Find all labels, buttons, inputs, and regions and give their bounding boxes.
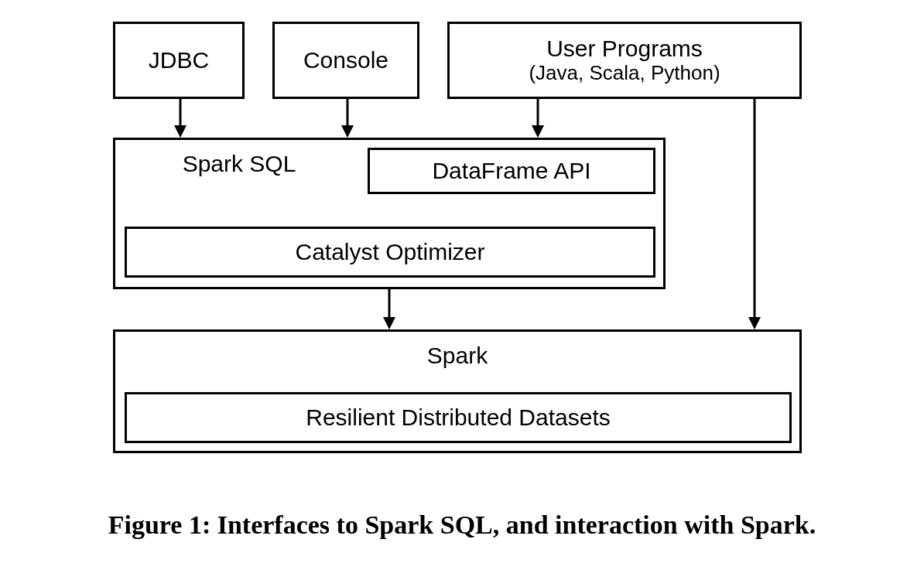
arrow-jdbc-to-sparksql (173, 99, 188, 139)
catalyst-label: Catalyst Optimizer (295, 239, 484, 265)
jdbc-label: JDBC (149, 47, 209, 73)
console-box: Console (272, 22, 419, 99)
arrow-userprograms-to-spark (747, 99, 762, 331)
spark-sql-title-area: Spark SQL (115, 140, 363, 188)
jdbc-box: JDBC (113, 22, 245, 99)
arrow-userprograms-to-dataframe (530, 99, 546, 139)
arrow-sparksql-to-spark (382, 289, 397, 331)
dataframe-api-box: DataFrame API (368, 148, 655, 194)
spark-title: Spark (427, 343, 488, 369)
svg-marker-1 (174, 125, 187, 138)
svg-marker-5 (532, 125, 544, 138)
spark-sql-title: Spark SQL (183, 151, 296, 177)
rdd-box: Resilient Distributed Datasets (125, 392, 792, 443)
rdd-label: Resilient Distributed Datasets (306, 404, 611, 431)
dataframe-api-label: DataFrame API (432, 158, 590, 184)
catalyst-box: Catalyst Optimizer (125, 227, 655, 278)
user-programs-sub: (Java, Scala, Python) (529, 62, 720, 85)
user-programs-title: User Programs (546, 36, 703, 63)
svg-marker-9 (383, 317, 395, 329)
user-programs-box: User Programs (Java, Scala, Python) (447, 22, 802, 99)
spark-title-area: Spark (115, 332, 799, 380)
spark-sql-box: Spark SQL DataFrame API Catalyst Optimiz… (113, 138, 666, 289)
svg-marker-7 (748, 317, 761, 329)
diagram-canvas: JDBC Console User Programs (Java, Scala,… (0, 0, 924, 563)
svg-marker-3 (341, 125, 354, 138)
figure-caption: Figure 1: Interfaces to Spark SQL, and i… (0, 510, 924, 540)
console-label: Console (303, 47, 388, 73)
arrow-console-to-sparksql (340, 99, 355, 139)
caption-text: Figure 1: Interfaces to Spark SQL, and i… (108, 510, 816, 539)
spark-box: Spark Resilient Distributed Datasets (113, 329, 802, 453)
